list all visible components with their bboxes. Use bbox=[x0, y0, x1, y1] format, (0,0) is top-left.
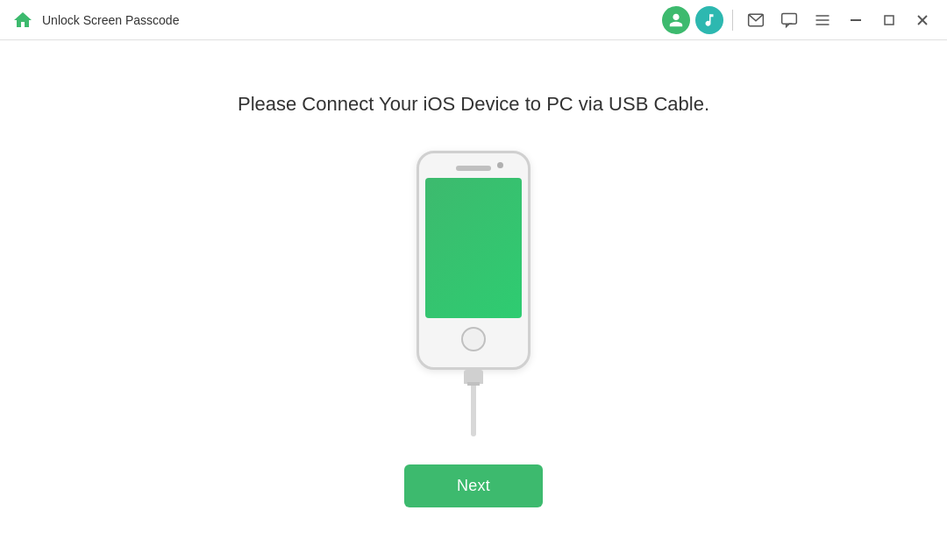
minimize-button[interactable] bbox=[842, 6, 870, 34]
phone-illustration bbox=[417, 151, 530, 436]
chat-icon[interactable] bbox=[775, 6, 803, 34]
phone-body bbox=[417, 151, 530, 370]
home-icon[interactable] bbox=[11, 8, 35, 32]
mail-icon[interactable] bbox=[742, 6, 770, 34]
phone-screen bbox=[425, 178, 522, 318]
maximize-button[interactable] bbox=[875, 6, 903, 34]
app-title: Unlock Screen Passcode bbox=[42, 13, 179, 27]
svg-rect-1 bbox=[782, 13, 797, 24]
cable-connector bbox=[464, 370, 483, 384]
phone-home-button bbox=[461, 327, 486, 351]
svg-rect-6 bbox=[885, 16, 894, 25]
title-bar-right bbox=[662, 6, 936, 34]
title-bar: Unlock Screen Passcode bbox=[0, 0, 947, 40]
usb-cable bbox=[464, 370, 483, 436]
svg-rect-5 bbox=[851, 19, 861, 21]
phone-speaker bbox=[456, 166, 491, 171]
divider bbox=[732, 10, 733, 31]
next-button[interactable]: Next bbox=[404, 464, 543, 507]
instruction-text: Please Connect Your iOS Device to PC via… bbox=[238, 93, 709, 116]
feature-icon[interactable] bbox=[695, 6, 723, 34]
phone-camera bbox=[497, 162, 503, 168]
cable-wire bbox=[471, 384, 476, 436]
close-button[interactable] bbox=[908, 6, 936, 34]
main-content: Please Connect Your iOS Device to PC via… bbox=[0, 40, 947, 560]
user-account-icon[interactable] bbox=[662, 6, 690, 34]
menu-icon[interactable] bbox=[808, 6, 837, 34]
title-bar-left: Unlock Screen Passcode bbox=[11, 8, 662, 32]
